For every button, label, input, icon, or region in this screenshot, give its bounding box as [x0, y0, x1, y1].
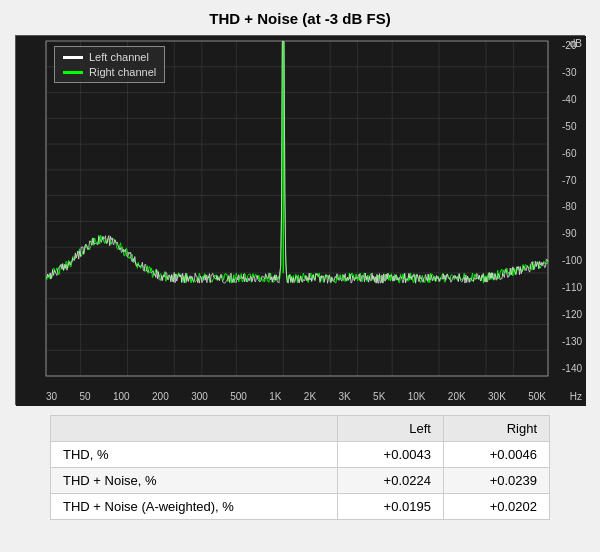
table-row: THD + Noise, % +0.0224 +0.0239	[51, 468, 550, 494]
col-header-right: Right	[443, 416, 549, 442]
hz-label: Hz	[570, 391, 582, 402]
legend-right: Right channel	[63, 66, 156, 78]
col-header-label	[51, 416, 338, 442]
x-axis-labels: 30 50 100 200 300 500 1K 2K 3K 5K 10K 20…	[46, 391, 546, 402]
row-left: +0.0224	[337, 468, 443, 494]
page-title: THD + Noise (at -3 dB FS)	[209, 10, 390, 27]
row-label: THD + Noise, %	[51, 468, 338, 494]
results-table: Left Right THD, % +0.0043 +0.0046 THD + …	[50, 415, 550, 520]
chart-legend: Left channel Right channel	[54, 46, 165, 83]
y-axis-labels: -20 -30 -40 -50 -60 -70 -80 -90 -100 -11…	[562, 41, 582, 374]
row-left: +0.0043	[337, 442, 443, 468]
row-label: THD, %	[51, 442, 338, 468]
chart-canvas	[16, 36, 586, 406]
row-label: THD + Noise (A-weighted), %	[51, 494, 338, 520]
col-header-left: Left	[337, 416, 443, 442]
row-left: +0.0195	[337, 494, 443, 520]
row-right: +0.0239	[443, 468, 549, 494]
legend-left: Left channel	[63, 51, 156, 63]
row-right: +0.0202	[443, 494, 549, 520]
legend-right-label: Right channel	[89, 66, 156, 78]
legend-left-line	[63, 56, 83, 59]
legend-left-label: Left channel	[89, 51, 149, 63]
chart-container: dB -20 -30 -40 -50 -60 -70 -80 -90 -100 …	[15, 35, 585, 405]
legend-right-line	[63, 71, 83, 74]
table-row: THD + Noise (A-weighted), % +0.0195 +0.0…	[51, 494, 550, 520]
results-table-container: Left Right THD, % +0.0043 +0.0046 THD + …	[50, 415, 550, 520]
row-right: +0.0046	[443, 442, 549, 468]
table-row: THD, % +0.0043 +0.0046	[51, 442, 550, 468]
